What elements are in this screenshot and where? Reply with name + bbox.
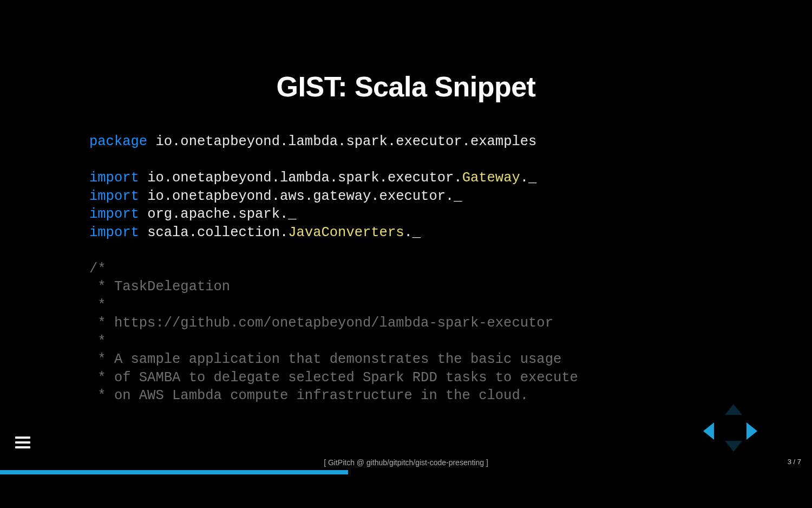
code-token: JavaConverters <box>288 225 404 240</box>
arrow-down-icon <box>725 441 742 452</box>
progress-bar <box>0 470 348 474</box>
menu-bar <box>15 437 30 439</box>
code-token: io.onetapbeyond.lambda.spark.executor.ex… <box>147 134 536 149</box>
arrow-right-icon[interactable] <box>746 422 757 440</box>
code-token: * of SAMBA to delegate selected Spark RD… <box>89 370 578 386</box>
code-token: * https://github.com/onetapbeyond/lambda… <box>89 315 553 331</box>
code-token: ._ <box>404 225 421 240</box>
code-token: import <box>89 170 139 186</box>
code-token: import <box>89 188 139 204</box>
code-token: io.onetapbeyond.aws.gateway.executor._ <box>139 188 462 204</box>
arrow-up-icon <box>725 404 742 415</box>
slide-title: GIST: Scala Snippet <box>277 70 536 103</box>
code-token: * <box>89 297 106 313</box>
bottom-strip <box>0 474 812 508</box>
code-token: * on AWS Lambda compute infrastructure i… <box>89 388 528 403</box>
code-token: * <box>89 334 106 349</box>
code-token: io.onetapbeyond.lambda.spark.executor. <box>139 170 462 186</box>
code-token: * A sample application that demonstrates… <box>89 351 561 367</box>
code-token: import <box>89 206 139 222</box>
code-token: * TaskDelegation <box>89 279 230 295</box>
code-token: package <box>89 134 147 149</box>
menu-bar <box>15 446 30 448</box>
code-token: scala.collection. <box>139 225 288 240</box>
menu-icon[interactable] <box>15 437 30 448</box>
code-token: Gateway <box>462 170 520 186</box>
code-token: import <box>89 225 139 240</box>
nav-arrows <box>701 409 761 453</box>
page-counter: 3 / 7 <box>788 458 801 466</box>
menu-bar <box>15 441 30 444</box>
code-token: /* <box>89 261 106 277</box>
code-block: package io.onetapbeyond.lambda.spark.exe… <box>89 133 578 405</box>
arrow-left-icon[interactable] <box>703 422 714 440</box>
slide: GIST: Scala Snippet package io.onetapbey… <box>0 0 812 508</box>
code-token: org.apache.spark._ <box>139 206 297 222</box>
code-token: ._ <box>520 170 537 186</box>
footer-label: [ GitPitch @ github/gitpitch/gist-code-p… <box>0 458 812 467</box>
